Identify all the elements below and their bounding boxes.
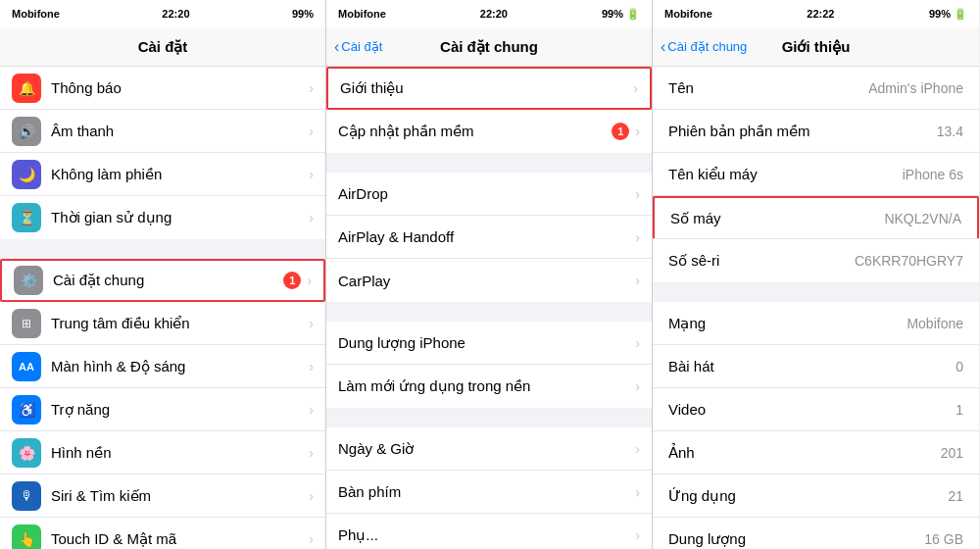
label-lam-moi: Làm mới ứng dụng trong nền (338, 377, 635, 395)
value-bai-hat: 0 (956, 359, 963, 374)
row-hinh-nen[interactable]: 🌸 Hình nền › (0, 431, 325, 474)
row-touch-id[interactable]: 👆 Touch ID & Mật mã › (0, 518, 325, 549)
value-so-may: NKQL2VN/A (884, 211, 961, 226)
badge-cai-dat-chung: 1 (283, 272, 301, 289)
section-about: Giới thiệu › Cập nhật phần mềm 1 › (326, 67, 652, 153)
chevron-dl: › (635, 335, 640, 351)
status-bar-3: Mobifone 22:22 99% 🔋 (653, 0, 979, 27)
panel-2: Mobifone 22:20 99% 🔋 ‹ Cài đặt Cài đặt c… (326, 0, 653, 549)
row-phu[interactable]: Phụ... › (326, 514, 652, 549)
label-dung-luong-detail: Dung lượng (668, 530, 924, 548)
label-gioi-thieu: Giới thiệu (340, 79, 633, 97)
icon-thoi-gian: ⏳ (12, 203, 41, 232)
chevron-tg: › (309, 210, 314, 225)
label-ngay-gio: Ngày & Giờ (338, 440, 635, 458)
section-device-info: Tên Admin's iPhone Phiên bản phần mềm 13… (653, 67, 979, 282)
row-man-hinh[interactable]: AA Màn hình & Độ sáng › (0, 345, 325, 388)
carrier-2: Mobifone (338, 8, 386, 20)
label-khong-lam-phien: Không làm phiền (51, 166, 309, 183)
settings-list-3: Tên Admin's iPhone Phiên bản phần mềm 13… (653, 67, 979, 549)
row-ten-kieu: Tên kiểu máy iPhone 6s (653, 153, 979, 196)
chevron-tt: › (309, 316, 314, 331)
value-dung-luong-detail: 16 GB (924, 531, 963, 547)
label-phien-ban: Phiên bản phần mềm (668, 123, 937, 140)
row-ban-phim[interactable]: Bàn phím › (326, 471, 652, 514)
row-cai-dat-chung[interactable]: ⚙️ Cài đặt chung 1 › (0, 259, 325, 302)
row-khong-lam-phien[interactable]: 🌙 Không làm phiền › (0, 153, 325, 196)
label-trung-tam: Trung tâm điều khiển (51, 315, 309, 332)
section-wireless: AirDrop › AirPlay & Handoff › CarPlay › (326, 173, 652, 302)
row-so-may: Số máy NKQL2VN/A (653, 196, 979, 239)
row-carplay[interactable]: CarPlay › (326, 259, 652, 302)
nav-title-2: Cài đặt chung (440, 38, 538, 56)
row-lam-moi[interactable]: Làm mới ứng dụng trong nền › (326, 365, 652, 408)
back-to-general[interactable]: ‹ Cài đặt chung (661, 38, 747, 56)
row-tro-nang[interactable]: ♿ Trợ năng › (0, 388, 325, 431)
label-airplay: AirPlay & Handoff (338, 228, 635, 245)
section-general: ⚙️ Cài đặt chung 1 › ⊞ Trung tâm điều kh… (0, 259, 325, 549)
back-label-2: Cài đặt (341, 39, 382, 54)
row-thong-bao[interactable]: 🔔 Thông báo › (0, 67, 325, 110)
label-am-thanh: Âm thanh (51, 123, 309, 139)
section-media: Mạng Mobifone Bài hát 0 Video 1 Ảnh 201 … (653, 302, 979, 549)
chevron-klp: › (309, 167, 314, 182)
section-datetime: Ngày & Giờ › Bàn phím › Phụ... › (326, 427, 652, 549)
value-ten: Admin's iPhone (868, 80, 963, 96)
nav-title-3: Giới thiệu (782, 38, 851, 56)
chevron-phu: › (635, 527, 640, 543)
row-siri[interactable]: 🎙 Siri & Tìm kiếm › (0, 474, 325, 518)
row-mang: Mạng Mobifone (653, 302, 979, 345)
chevron-gt: › (633, 80, 638, 96)
label-ten: Tên (668, 79, 868, 96)
label-tro-nang: Trợ năng (51, 401, 309, 419)
icon-khong-lam-phien: 🌙 (12, 160, 41, 189)
chevron-hn: › (309, 445, 314, 461)
row-ngay-gio[interactable]: Ngày & Giờ › (326, 427, 652, 471)
chevron-carplay: › (635, 273, 640, 288)
row-bai-hat: Bài hát 0 (653, 345, 979, 388)
icon-man-hinh: AA (12, 352, 41, 381)
label-cap-nhat: Cập nhật phần mềm (338, 123, 612, 140)
nav-title-1: Cài đặt (138, 38, 188, 56)
row-cap-nhat[interactable]: Cập nhật phần mềm 1 › (326, 110, 652, 153)
row-airplay[interactable]: AirPlay & Handoff › (326, 216, 652, 259)
value-ten-kieu: iPhone 6s (903, 167, 963, 182)
chevron-ng: › (635, 441, 640, 457)
row-gioi-thieu[interactable]: Giới thiệu › (326, 67, 652, 110)
carrier-3: Mobifone (664, 8, 712, 20)
time-3: 22:22 (807, 8, 834, 20)
chevron-cn: › (635, 124, 640, 139)
nav-bar-3: ‹ Cài đặt chung Giới thiệu (653, 27, 979, 67)
label-anh: Ảnh (668, 444, 941, 462)
carrier-1: Mobifone (12, 8, 60, 20)
panel-3: Mobifone 22:22 99% 🔋 ‹ Cài đặt chung Giớ… (653, 0, 979, 549)
icon-touch-id: 👆 (12, 524, 41, 549)
icon-siri: 🎙 (12, 481, 41, 511)
chevron-tid: › (309, 531, 314, 547)
back-arrow-2: ‹ (334, 38, 339, 56)
row-anh: Ảnh 201 (653, 431, 979, 474)
row-dung-luong[interactable]: Dung lượng iPhone › (326, 322, 652, 365)
row-airdrop[interactable]: AirDrop › (326, 173, 652, 216)
back-to-settings[interactable]: ‹ Cài đặt (334, 38, 382, 56)
row-trung-tam[interactable]: ⊞ Trung tâm điều khiển › (0, 302, 325, 345)
label-so-seri: Số sê-ri (668, 252, 855, 270)
label-hinh-nen: Hình nền (51, 444, 309, 462)
settings-list-1: 🔔 Thông báo › 🔊 Âm thanh › 🌙 Không làm p… (0, 67, 325, 549)
icon-hinh-nen: 🌸 (12, 438, 41, 468)
label-ten-kieu: Tên kiểu máy (668, 166, 903, 183)
value-phien-ban: 13.4 (937, 124, 963, 139)
chevron-cdc: › (307, 273, 312, 288)
row-dung-luong-detail: Dung lượng 16 GB (653, 518, 979, 549)
label-airdrop: AirDrop (338, 185, 635, 202)
label-ban-phim: Bàn phím (338, 483, 635, 500)
icon-am-thanh: 🔊 (12, 117, 41, 146)
label-so-may: Số máy (670, 210, 884, 227)
value-mang: Mobifone (906, 316, 963, 331)
row-ung-dung: Ứng dụng 21 (653, 474, 979, 518)
label-mang: Mạng (668, 315, 906, 332)
label-ung-dung: Ứng dụng (668, 487, 948, 505)
status-bar-2: Mobifone 22:20 99% 🔋 (326, 0, 652, 27)
row-thoi-gian[interactable]: ⏳ Thời gian sử dụng › (0, 196, 325, 239)
row-am-thanh[interactable]: 🔊 Âm thanh › (0, 110, 325, 153)
